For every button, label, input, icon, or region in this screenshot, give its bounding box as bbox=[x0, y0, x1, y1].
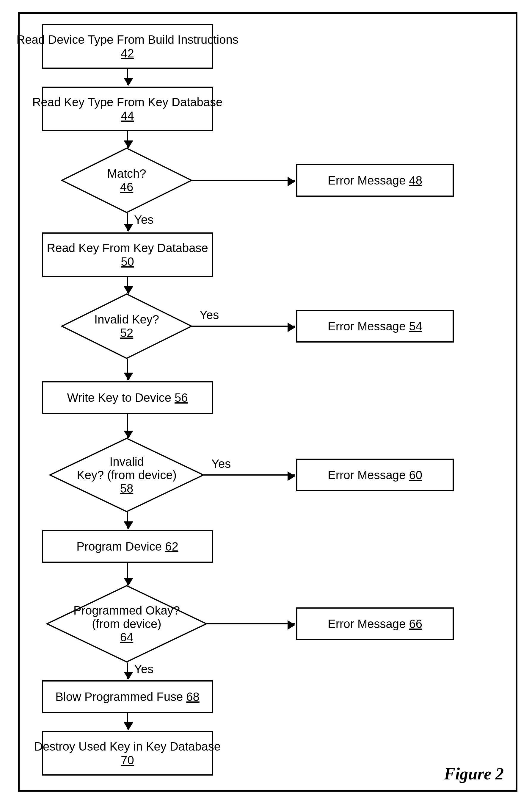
node-60-ref: 60 bbox=[409, 469, 422, 481]
edge-64-66 bbox=[207, 623, 295, 624]
node-46-text: Match? bbox=[107, 167, 146, 180]
node-70-text: Destroy Used Key in Key Database bbox=[34, 739, 221, 753]
node-64-text: Programmed Okay?(from device) bbox=[73, 604, 180, 630]
node-48-ref: 48 bbox=[409, 174, 422, 187]
node-64-programmed-ok-decision: Programmed Okay?(from device) 64 bbox=[46, 585, 207, 662]
node-50-text: Read Key From Key Database bbox=[47, 241, 208, 255]
edge-44-46 bbox=[127, 131, 128, 148]
edge-42-44 bbox=[127, 69, 128, 85]
node-56-ref: 56 bbox=[174, 391, 188, 404]
node-54-ref: 54 bbox=[409, 319, 422, 333]
edge-64-68-label: Yes bbox=[134, 662, 153, 676]
node-56-write-key: Write Key to Device 56 bbox=[42, 381, 213, 414]
node-44-ref: 44 bbox=[121, 109, 134, 123]
node-58-ref: 58 bbox=[120, 481, 134, 495]
node-64-ref: 64 bbox=[120, 630, 134, 643]
node-60-error: Error Message 60 bbox=[296, 459, 454, 491]
node-42-read-device-type: Read Device Type From Build Instructions… bbox=[42, 24, 213, 69]
edge-56-58 bbox=[127, 414, 128, 438]
node-48-error: Error Message 48 bbox=[296, 164, 454, 197]
node-52-invalid-key-decision: Invalid Key? 52 bbox=[61, 293, 192, 359]
node-48-text: Error Message bbox=[328, 174, 406, 187]
node-70-destroy-key: Destroy Used Key in Key Database 70 bbox=[42, 731, 213, 775]
edge-58-60 bbox=[204, 474, 295, 476]
node-46-match-decision: Match? 46 bbox=[61, 148, 192, 213]
node-50-ref: 50 bbox=[121, 255, 134, 269]
node-54-text: Error Message bbox=[328, 319, 406, 333]
node-66-text: Error Message bbox=[328, 617, 406, 630]
node-68-ref: 68 bbox=[186, 690, 200, 703]
figure-label: Figure 2 bbox=[444, 764, 504, 783]
node-44-text: Read Key Type From Key Database bbox=[33, 95, 223, 109]
node-44-read-key-type: Read Key Type From Key Database 44 bbox=[42, 87, 213, 131]
node-52-ref: 52 bbox=[120, 326, 134, 339]
node-66-error: Error Message 66 bbox=[296, 607, 454, 640]
edge-46-50 bbox=[127, 213, 128, 231]
node-62-ref: 62 bbox=[165, 540, 178, 553]
edge-64-68 bbox=[127, 662, 128, 679]
edge-50-52 bbox=[127, 277, 128, 293]
edge-52-54 bbox=[192, 326, 295, 327]
node-62-program-device: Program Device 62 bbox=[42, 530, 213, 563]
edge-46-50-label: Yes bbox=[134, 213, 153, 226]
node-50-read-key: Read Key From Key Database 50 bbox=[42, 233, 213, 277]
node-58-text: InvalidKey? (from device) bbox=[77, 455, 177, 481]
edge-52-56 bbox=[127, 359, 128, 380]
edge-46-48 bbox=[192, 180, 295, 181]
node-42-ref: 42 bbox=[121, 47, 134, 60]
node-58-invalid-key-device-decision: InvalidKey? (from device) 58 bbox=[49, 438, 204, 512]
edge-68-70 bbox=[127, 713, 128, 730]
node-52-text: Invalid Key? bbox=[94, 313, 159, 326]
node-70-ref: 70 bbox=[121, 753, 134, 767]
node-46-ref: 46 bbox=[120, 180, 134, 194]
node-60-text: Error Message bbox=[328, 469, 406, 481]
node-66-ref: 66 bbox=[409, 617, 422, 630]
edge-58-60-label: Yes bbox=[211, 457, 231, 471]
node-68-text: Blow Programmed Fuse bbox=[55, 690, 183, 703]
flowchart-canvas: Read Device Type From Build Instructions… bbox=[18, 12, 517, 792]
node-62-text: Program Device bbox=[76, 540, 162, 553]
node-42-text: Read Device Type From Build Instructions bbox=[16, 33, 238, 47]
edge-58-62 bbox=[127, 512, 128, 529]
node-68-blow-fuse: Blow Programmed Fuse 68 bbox=[42, 680, 213, 713]
edge-62-64 bbox=[127, 563, 128, 585]
node-56-text: Write Key to Device bbox=[67, 391, 171, 404]
node-54-error: Error Message 54 bbox=[296, 310, 454, 343]
edge-52-54-label: Yes bbox=[200, 308, 219, 322]
